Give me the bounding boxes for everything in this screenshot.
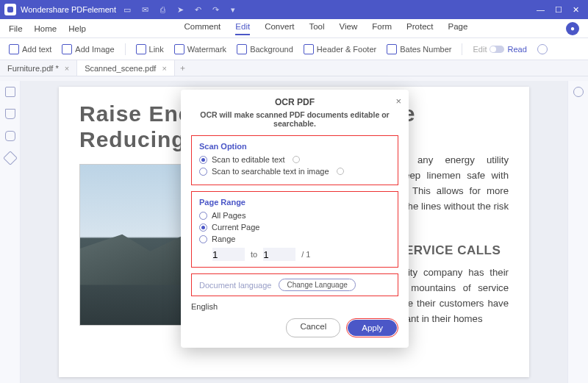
scan-opt-editable-label: Scan to editable text — [212, 155, 285, 164]
background-icon — [237, 44, 247, 54]
minimize-button[interactable]: — — [537, 5, 545, 15]
page-range-title: Page Range — [199, 198, 390, 207]
tab-convert[interactable]: Convert — [265, 22, 294, 35]
tab-form[interactable]: Form — [372, 22, 392, 35]
title-bar: Wondershare PDFelement ▭ ✉ ⎙ ➤ ↶ ↷ ▾ — ☐… — [0, 0, 588, 19]
document-tabs: Furniture.pdf * × Scanned_scene.pdf × ＋ — [0, 60, 588, 76]
right-rail — [567, 81, 588, 383]
dialog-title: OCR PDF — [191, 97, 398, 107]
radio-icon — [199, 235, 207, 243]
bates-icon — [387, 44, 397, 54]
ocr-dialog: × OCR PDF OCR will make scanned PDF docu… — [181, 90, 409, 348]
image-icon — [62, 44, 72, 54]
header-footer-icon — [304, 44, 314, 54]
app-title: Wondershare PDFelement — [21, 5, 116, 14]
range-from-input[interactable] — [212, 248, 245, 261]
info-icon[interactable] — [293, 156, 300, 163]
range-inputs: to / 1 — [212, 248, 390, 261]
language-value: English — [191, 302, 398, 311]
tab-view[interactable]: View — [340, 22, 358, 35]
mail-icon[interactable]: ✉ — [140, 5, 150, 15]
scan-opt-searchable[interactable]: Scan to searchable text in image — [199, 167, 390, 176]
attachment-icon[interactable] — [3, 151, 18, 165]
apply-button[interactable]: Apply — [348, 320, 397, 336]
page-range-section: Page Range All Pages Current Page Range … — [191, 191, 398, 268]
scan-option-title: Scan Option — [199, 142, 390, 151]
radio-icon — [199, 168, 207, 176]
tool-background[interactable]: Background — [237, 44, 293, 54]
scan-option-section: Scan Option Scan to editable text Scan t… — [191, 135, 398, 185]
menu-help[interactable]: Help — [68, 24, 86, 33]
open-icon[interactable]: ▭ — [122, 5, 132, 15]
edit-toolbar: Add text Add Image Link Watermark Backgr… — [0, 38, 588, 60]
add-tab-button[interactable]: ＋ — [175, 60, 191, 76]
undo-icon[interactable]: ↶ — [193, 5, 203, 15]
left-rail — [0, 81, 21, 383]
share-icon[interactable]: ➤ — [175, 5, 185, 15]
close-button[interactable]: ✕ — [573, 5, 579, 15]
annotation-icon[interactable] — [5, 131, 15, 141]
tool-watermark[interactable]: Watermark — [174, 44, 226, 54]
text-icon — [9, 44, 19, 54]
user-avatar[interactable]: ● — [566, 22, 579, 35]
range-all-label: All Pages — [212, 211, 245, 220]
menu-bar: File Home Help Comment Edit Convert Tool… — [0, 19, 588, 38]
tool-add-text[interactable]: Add text — [9, 44, 51, 54]
tool-link[interactable]: Link — [136, 44, 164, 54]
range-to-label: to — [251, 250, 257, 259]
tool-bates[interactable]: Bates Number — [387, 44, 451, 54]
doc-tab-1-close-icon[interactable]: × — [65, 64, 69, 73]
change-language-button[interactable]: Change Language — [279, 279, 355, 291]
scan-opt-searchable-label: Scan to searchable text in image — [212, 167, 329, 176]
scan-opt-editable[interactable]: Scan to editable text — [199, 155, 390, 164]
language-label: Document language — [199, 281, 271, 290]
menu-file[interactable]: File — [9, 24, 23, 33]
dialog-actions: Cancel Apply — [191, 318, 398, 337]
range-current[interactable]: Current Page — [199, 223, 390, 232]
radio-icon — [199, 212, 207, 220]
maximize-button[interactable]: ☐ — [555, 5, 562, 15]
tool-header-footer[interactable]: Header & Footer — [304, 44, 376, 54]
doc-tab-2[interactable]: Scanned_scene.pdf × — [77, 60, 175, 76]
tab-page[interactable]: Page — [448, 22, 468, 35]
tab-comment[interactable]: Comment — [184, 22, 220, 35]
dropdown-icon[interactable]: ▾ — [228, 5, 238, 15]
print-icon[interactable]: ⎙ — [157, 5, 168, 15]
window-controls: — ☐ ✕ — [537, 5, 584, 15]
dialog-description: OCR will make scanned PDF documents edit… — [191, 110, 398, 128]
range-custom-label: Range — [212, 235, 235, 243]
search-icon[interactable] — [573, 87, 584, 97]
redo-icon[interactable]: ↷ — [210, 5, 220, 15]
language-section: Document language Change Language — [191, 273, 398, 296]
mode-toggle[interactable] — [490, 46, 504, 53]
watermark-icon — [174, 44, 184, 54]
range-current-label: Current Page — [212, 223, 259, 232]
range-to-input[interactable] — [263, 248, 295, 261]
thumbnail-icon[interactable] — [5, 87, 15, 97]
range-custom[interactable]: Range — [199, 235, 390, 243]
tab-tool[interactable]: Tool — [309, 22, 324, 35]
menu-home[interactable]: Home — [35, 24, 57, 33]
tab-protect[interactable]: Protect — [406, 22, 433, 35]
tool-add-image[interactable]: Add Image — [62, 44, 114, 54]
range-total: / 1 — [301, 250, 310, 259]
radio-icon — [199, 156, 207, 164]
range-all[interactable]: All Pages — [199, 211, 390, 220]
app-logo — [4, 4, 16, 15]
info-icon[interactable] — [337, 168, 344, 175]
tab-edit[interactable]: Edit — [235, 22, 250, 35]
doc-tab-1[interactable]: Furniture.pdf * × — [0, 60, 77, 76]
mode-edit[interactable]: EditRead — [473, 45, 526, 54]
doc-tab-2-close-icon[interactable]: × — [162, 64, 166, 73]
doc-tab-2-label: Scanned_scene.pdf — [85, 64, 156, 73]
settings-icon[interactable] — [537, 44, 548, 54]
bookmark-icon[interactable] — [5, 109, 15, 119]
link-icon — [136, 44, 146, 54]
titlebar-quick-actions: ▭ ✉ ⎙ ➤ ↶ ↷ ▾ — [122, 5, 238, 15]
doc-tab-1-label: Furniture.pdf * — [7, 64, 59, 73]
radio-icon — [199, 223, 207, 232]
cancel-button[interactable]: Cancel — [286, 318, 340, 337]
